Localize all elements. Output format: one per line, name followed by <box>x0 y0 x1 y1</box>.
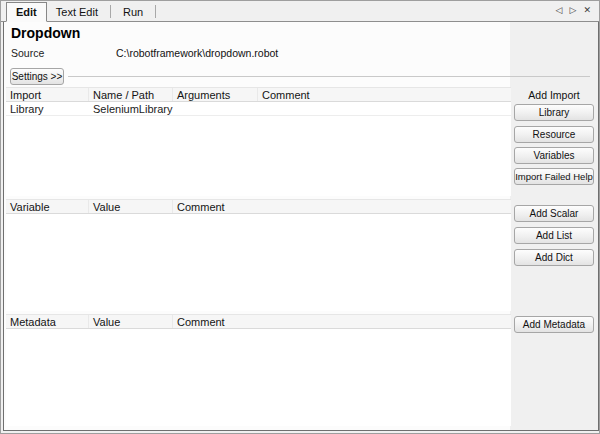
import-table-header: Import Name / Path Arguments Comment <box>6 87 511 102</box>
import-failed-help-button[interactable]: Import Failed Help <box>514 168 594 185</box>
column-header: Variable <box>6 200 89 213</box>
column-header: Name / Path <box>89 88 173 101</box>
tab-separator <box>110 5 111 18</box>
column-header: Import <box>6 88 89 101</box>
add-scalar-button[interactable]: Add Scalar <box>514 205 594 222</box>
add-resource-button[interactable]: Resource <box>514 126 594 143</box>
tab-edit[interactable]: Edit <box>6 2 47 22</box>
import-comment-cell[interactable] <box>258 102 511 115</box>
column-header: Metadata <box>6 315 89 328</box>
action-rail-background <box>510 22 598 430</box>
tab-separator <box>155 5 156 18</box>
metadata-table: Metadata Value Comment <box>6 314 511 426</box>
source-label: Source <box>11 47 116 59</box>
tab-close-icon[interactable]: ✕ <box>583 5 591 16</box>
add-library-button[interactable]: Library <box>514 104 594 121</box>
add-import-label: Add Import <box>510 89 598 101</box>
variable-table-header: Variable Value Comment <box>6 199 511 214</box>
metadata-table-header: Metadata Value Comment <box>6 314 511 329</box>
tables-area: Import Name / Path Arguments Comment Lib… <box>6 87 511 426</box>
column-header: Value <box>89 200 173 213</box>
column-header: Comment <box>173 200 511 213</box>
source-path: C:\robotframework\dropdown.robot <box>116 47 278 59</box>
import-name-cell[interactable]: SeleniumLibrary <box>89 102 173 115</box>
settings-toggle-button[interactable]: Settings >> <box>10 68 64 85</box>
add-dict-button[interactable]: Add Dict <box>514 249 594 266</box>
tab-bar: Edit Text Edit Run ◁ ▷ ✕ <box>1 1 599 22</box>
column-header: Comment <box>258 88 511 101</box>
import-type-cell[interactable]: Library <box>6 102 89 115</box>
column-header: Comment <box>173 315 511 328</box>
tab-text-edit[interactable]: Text Edit <box>47 3 107 22</box>
add-list-button[interactable]: Add List <box>514 227 594 244</box>
table-row[interactable]: Library SeleniumLibrary <box>6 102 511 116</box>
tab-run[interactable]: Run <box>114 3 152 22</box>
page-title: Dropdown <box>11 25 80 41</box>
add-variables-button[interactable]: Variables <box>514 147 594 164</box>
variable-table: Variable Value Comment <box>6 199 511 311</box>
column-header: Value <box>89 315 173 328</box>
settings-divider <box>68 76 590 77</box>
tab-nav-controls: ◁ ▷ ✕ <box>556 5 591 16</box>
import-arguments-cell[interactable] <box>173 102 258 115</box>
tab-scroll-right-icon[interactable]: ▷ <box>570 5 577 16</box>
editor-panel: Dropdown SourceC:\robotframework\dropdow… <box>3 22 599 431</box>
add-metadata-button[interactable]: Add Metadata <box>514 316 594 333</box>
tab-scroll-left-icon[interactable]: ◁ <box>556 5 563 16</box>
import-table: Import Name / Path Arguments Comment Lib… <box>6 87 511 196</box>
source-row: SourceC:\robotframework\dropdown.robot <box>11 47 278 59</box>
column-header: Arguments <box>173 88 258 101</box>
ride-editor-window: Edit Text Edit Run ◁ ▷ ✕ Dropdown Source… <box>0 0 600 434</box>
